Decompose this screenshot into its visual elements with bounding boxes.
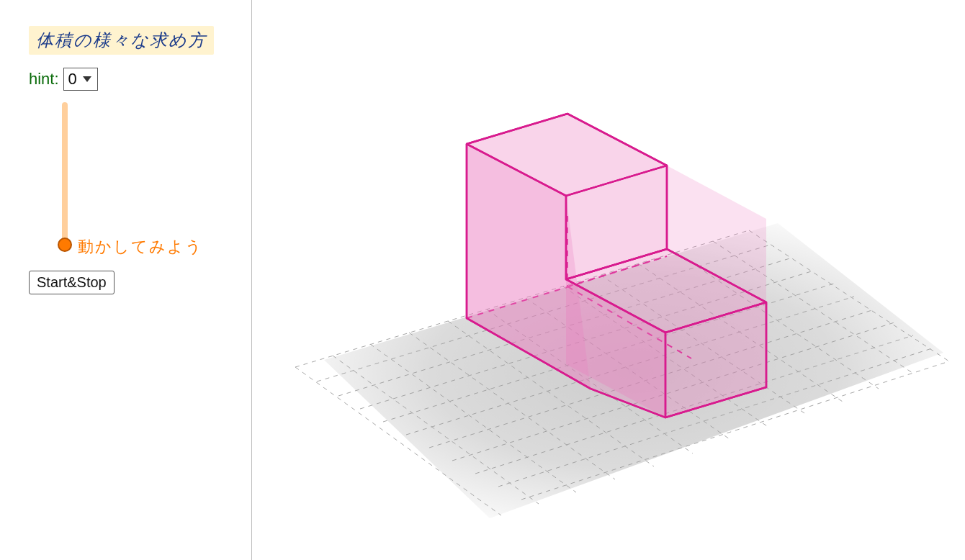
- start-stop-button[interactable]: Start&Stop: [29, 271, 115, 294]
- hint-select[interactable]: 0: [63, 68, 98, 91]
- chevron-down-icon: [81, 75, 93, 83]
- hint-row: hint: 0: [29, 68, 251, 91]
- slider-track: [62, 102, 68, 246]
- slider-thumb[interactable]: [58, 238, 72, 252]
- slider-caption: 動かしてみよう: [78, 236, 203, 258]
- 3d-view[interactable]: [252, 0, 965, 560]
- scene-svg: [252, 0, 965, 560]
- control-panel: 体積の様々な求め方 hint: 0 動かしてみよう Start&Stop: [0, 0, 252, 560]
- hint-value: 0: [68, 70, 77, 89]
- hint-label: hint:: [29, 70, 59, 89]
- svg-marker-0: [83, 76, 91, 82]
- slider[interactable]: 動かしてみよう: [29, 102, 216, 261]
- page-title: 体積の様々な求め方: [29, 26, 214, 55]
- app-root: 体積の様々な求め方 hint: 0 動かしてみよう Start&Stop: [0, 0, 965, 560]
